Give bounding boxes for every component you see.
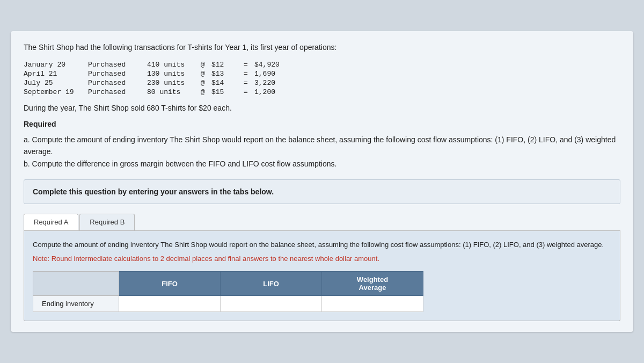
- trans-total-4: 1,200: [254, 88, 297, 96]
- fifo-input-cell[interactable]: [119, 296, 221, 312]
- trans-eq-1: =: [244, 61, 254, 69]
- tabs-row: Required A Required B: [24, 214, 620, 231]
- weighted-input-cell[interactable]: [322, 296, 423, 312]
- trans-at-3: @: [201, 79, 211, 87]
- main-card: The Shirt Shop had the following transac…: [11, 31, 633, 332]
- tab-content-required-a: Compute the amount of ending inventory T…: [24, 231, 620, 321]
- requirement-a: a. Compute the amount of ending inventor…: [24, 134, 620, 158]
- trans-action-1: Purchased: [88, 61, 147, 69]
- trans-eq-2: =: [244, 70, 254, 78]
- trans-at-1: @: [201, 61, 211, 69]
- trans-date-2: April 21: [24, 70, 88, 78]
- th-lifo: LIFO: [221, 272, 322, 296]
- trans-date-4: September 19: [24, 88, 88, 96]
- trans-qty-1: 410 units: [147, 61, 201, 69]
- requirement-b: b. Compute the difference in gross margi…: [24, 158, 620, 170]
- transactions-table: January 20 Purchased 410 units @ $12 = $…: [24, 61, 620, 96]
- trans-price-3: $14: [211, 79, 244, 87]
- trans-total-2: 1,690: [254, 70, 297, 78]
- ending-inventory-row: Ending inventory: [33, 296, 423, 312]
- th-fifo: FIFO: [119, 272, 221, 296]
- trans-date-1: January 20: [24, 61, 88, 69]
- tab-a-note: Note: Round intermediate calculations to…: [33, 253, 611, 264]
- trans-at-2: @: [201, 70, 211, 78]
- requirements: a. Compute the amount of ending inventor…: [24, 134, 620, 170]
- intro-text: The Shirt Shop had the following transac…: [24, 42, 620, 53]
- trans-date-3: July 25: [24, 79, 88, 87]
- trans-at-4: @: [201, 88, 211, 96]
- trans-qty-3: 230 units: [147, 79, 201, 87]
- required-label: Required: [24, 120, 620, 128]
- trans-action-4: Purchased: [88, 88, 147, 96]
- th-weighted-average: WeightedAverage: [322, 272, 423, 296]
- ending-inventory-label: Ending inventory: [33, 296, 119, 312]
- sold-text: During the year, The Shirt Shop sold 680…: [24, 104, 620, 112]
- lifo-input[interactable]: [224, 299, 318, 309]
- trans-price-1: $12: [211, 61, 244, 69]
- trans-qty-4: 80 units: [147, 88, 201, 96]
- tab-required-b[interactable]: Required B: [79, 214, 135, 230]
- trans-price-2: $13: [211, 70, 244, 78]
- lifo-input-cell[interactable]: [221, 296, 322, 312]
- trans-eq-3: =: [244, 79, 254, 87]
- trans-action-2: Purchased: [88, 70, 147, 78]
- fifo-input[interactable]: [122, 299, 217, 309]
- complete-box-text: Complete this question by entering your …: [33, 187, 611, 196]
- tab-a-text: Compute the amount of ending inventory T…: [33, 239, 611, 250]
- trans-qty-2: 130 units: [147, 70, 201, 78]
- trans-eq-4: =: [244, 88, 254, 96]
- th-empty: [33, 272, 119, 296]
- weighted-input[interactable]: [325, 299, 420, 309]
- tab-required-a[interactable]: Required A: [24, 214, 78, 230]
- trans-price-4: $15: [211, 88, 244, 96]
- complete-box: Complete this question by entering your …: [24, 179, 620, 204]
- trans-total-3: 3,220: [254, 79, 297, 87]
- trans-total-1: $4,920: [254, 61, 297, 69]
- trans-action-3: Purchased: [88, 79, 147, 87]
- answer-table: FIFO LIFO WeightedAverage Ending invento…: [33, 271, 423, 312]
